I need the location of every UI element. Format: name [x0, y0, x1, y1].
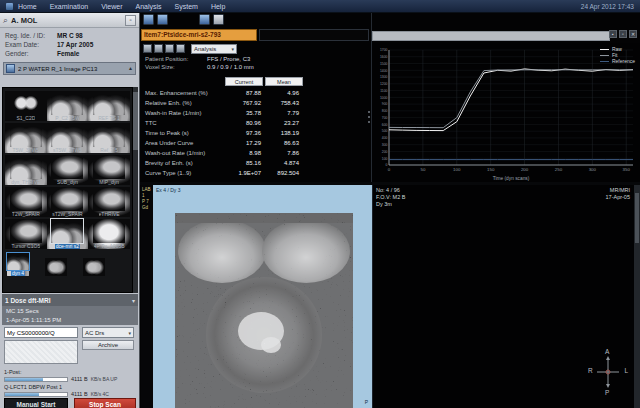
thumbnail-item[interactable]: dyn 4	[7, 253, 29, 276]
svg-text:200: 200	[521, 167, 529, 172]
svg-text:100: 100	[382, 157, 388, 161]
patient-info: Reg. Ide. / ID: MR C 98 Exam Date: 17 Ap…	[0, 28, 139, 60]
series-spinner[interactable]: ▲	[128, 66, 133, 71]
thumbnail-item[interactable]: P_C2 T5W	[47, 91, 89, 121]
thumbnail-scrollbar[interactable]	[133, 87, 138, 293]
parameter-current-value: 8.98	[225, 148, 263, 158]
thumbnail-image	[93, 123, 125, 147]
thumbnail-item[interactable]: Ref_T 5	[88, 123, 130, 153]
thumbnail-image	[45, 258, 67, 275]
archive-button[interactable]: Archive	[82, 340, 134, 350]
thumbnail-item[interactable]: sT2W_SPAIR	[47, 187, 89, 217]
table-row: Time to Peak (s) 97.36 138.19	[141, 128, 371, 138]
thumbnail-item[interactable]: S1_C2D	[5, 91, 47, 121]
overlay-line: MR/MRI	[606, 187, 630, 194]
manual-start-button[interactable]: Manual Start	[4, 398, 68, 408]
menu-item[interactable]: Viewer	[101, 3, 122, 10]
scan-detail-line: 1-Apr-05 1:11:15 PM	[6, 316, 134, 325]
scrollbar-handle[interactable]	[133, 92, 138, 150]
panel-splitter-handle[interactable]	[367, 100, 371, 134]
thumbnail-item[interactable]: dce-mri s2	[47, 219, 89, 249]
eraser-icon[interactable]	[213, 14, 224, 25]
pointer-tool-icon[interactable]	[143, 44, 152, 53]
destination-dropdown[interactable]: AC Drs ▾	[82, 327, 134, 338]
thumbnail-image	[51, 219, 83, 243]
thumbnail-image	[7, 253, 29, 270]
query-input[interactable]	[4, 327, 78, 338]
thumbnail-item[interactable]: REF TS 1	[88, 91, 130, 121]
svg-text:1200: 1200	[380, 82, 388, 86]
thumbnail-item[interactable]: dyn_THRIVE	[5, 155, 47, 185]
thumbnail-image	[10, 155, 42, 179]
roi-tool-icon[interactable]	[154, 44, 163, 53]
chevron-down-icon[interactable]: ▾	[132, 297, 135, 304]
thumbnail-item[interactable]: sT5W_3TW5	[47, 123, 89, 153]
patient-field-value: MR C 98	[57, 31, 83, 40]
stop-scan-button[interactable]: Stop Scan	[74, 398, 136, 408]
study-info-value: 0.9 / 0.9 / 1.0 mm	[207, 63, 254, 71]
thumbnail-item[interactable]: T2W_SPAIR	[5, 187, 47, 217]
scrollbar-handle[interactable]	[635, 193, 639, 243]
path-input-field[interactable]	[259, 29, 369, 41]
patient-field-label: Gender:	[5, 49, 57, 58]
svg-text:300: 300	[382, 143, 388, 147]
active-study-path-tab[interactable]: Item7:Pts\dce-mri-s2-793	[141, 29, 257, 41]
column-header-mean[interactable]: Mean	[265, 77, 303, 86]
pin-icon[interactable]: ▪	[609, 30, 617, 38]
thumbnail-item[interactable]: SUB_dyn	[47, 155, 89, 185]
scan-section-header: 1 Dose dft-MRI ▾	[2, 294, 138, 306]
svg-text:1600: 1600	[380, 55, 388, 59]
table-row: TTC 80.96 23.27	[141, 118, 371, 128]
legend-color-swatch	[600, 61, 609, 62]
patient-field-value: Female	[57, 49, 79, 58]
patient-field-label: Reg. Ide. / ID:	[5, 31, 57, 40]
menu-item[interactable]: System	[175, 3, 198, 10]
mri-image-viewport[interactable]: Ex 4 / Dy 3 P	[153, 185, 372, 408]
viewport-scrollbar[interactable]	[634, 185, 640, 408]
search-icon[interactable]: ⌕	[3, 16, 8, 25]
patient-header-button[interactable]: ▫	[125, 15, 136, 26]
svg-text:900: 900	[382, 102, 388, 106]
study-info-label: Voxel Size:	[145, 63, 207, 71]
series-selector-label: 2 P WATER R_1 Image PC13	[18, 66, 125, 72]
thumbnail-caption: dyn_THRIVE	[11, 180, 40, 185]
menu-item[interactable]: Examination	[50, 3, 89, 10]
thumbnail-item[interactable]: T5W_3TW5	[5, 123, 47, 153]
thumbnail-item[interactable]: 4P Tu_A005B	[88, 219, 130, 249]
thumbnail-caption: dce-mri s2	[55, 244, 80, 249]
measure-tool-icon[interactable]	[176, 44, 185, 53]
svg-text:1700: 1700	[380, 48, 388, 52]
strip-annotation: Gd	[142, 205, 152, 211]
series-selector[interactable]: 2 P WATER R_1 Image PC13 ▲	[3, 62, 136, 75]
thumbnail-image	[51, 187, 83, 211]
close-icon[interactable]: ✕	[629, 30, 637, 38]
thumbnail-item[interactable]: MIP_dyn	[88, 155, 130, 185]
queue-listbox[interactable]	[4, 340, 78, 364]
thumbnail-footer-row: dyn 4	[5, 251, 130, 276]
menu-bar: Home Examination Viewer Analysis System …	[0, 0, 640, 13]
thumbnail-item[interactable]	[83, 258, 105, 276]
legend-color-swatch	[600, 49, 609, 50]
patient-header: ⌕ A. MOL ▫	[0, 13, 139, 28]
folder-save-icon[interactable]	[157, 14, 168, 25]
thumbnail-item[interactable]: Tursor C1O5	[5, 219, 47, 249]
analysis-dropdown[interactable]: Analysis ▾	[191, 44, 237, 54]
strip-annotation: LAB 1	[142, 187, 152, 199]
menu-item[interactable]: Home	[18, 3, 37, 10]
column-header-current[interactable]: Current	[225, 77, 263, 86]
monitor-icon[interactable]	[199, 14, 210, 25]
menu-item[interactable]: Help	[211, 3, 225, 10]
pencil-tool-icon[interactable]	[165, 44, 174, 53]
parameter-mean-value: 23.27	[263, 118, 301, 128]
thumbnail-image	[51, 91, 83, 115]
patient-field-value: 17 Apr 2005	[57, 40, 93, 49]
folder-open-icon[interactable]	[143, 14, 154, 25]
thumbnail-item[interactable]: eTHRIVE	[88, 187, 130, 217]
dynamic-curve-chart[interactable]: 0100200300400500600700800900100011001200…	[372, 43, 640, 182]
menu-item[interactable]: Analysis	[136, 3, 162, 10]
restore-icon[interactable]: ▫	[619, 30, 627, 38]
thumbnail-item[interactable]	[45, 258, 67, 276]
parameter-label: Curve Type (1..9)	[141, 168, 225, 178]
svg-text:400: 400	[382, 136, 388, 140]
secondary-viewport[interactable]: No: 4 / 96 F.O.V: M2 B Dy 3m MR/MRI 17-A…	[372, 185, 640, 408]
